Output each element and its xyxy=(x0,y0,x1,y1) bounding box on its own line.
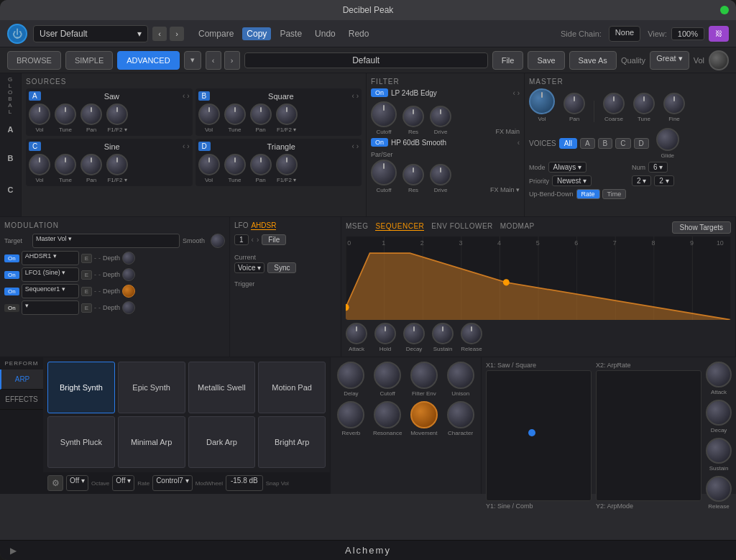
preset-bright-synth[interactable]: Bright Synth xyxy=(47,362,115,413)
redo-button[interactable]: Redo xyxy=(344,27,374,40)
xy-sustain-knob[interactable] xyxy=(706,438,732,464)
perf-character-knob[interactable] xyxy=(447,401,474,428)
mod1-on-button[interactable]: On xyxy=(4,254,19,262)
preset-minimal-arp[interactable]: Minimal Arp xyxy=(118,416,185,468)
save-button[interactable]: Save xyxy=(528,51,564,70)
mod3-depth-knob[interactable] xyxy=(122,285,135,298)
preset-next-button[interactable]: › xyxy=(224,51,240,70)
lfo-tab[interactable]: LFO xyxy=(234,221,248,230)
quality-dropdown[interactable]: Great ▾ xyxy=(650,51,689,70)
env-attack-knob[interactable] xyxy=(346,323,367,344)
lfo-num[interactable]: 1 xyxy=(234,234,249,245)
perf-filter-env-knob[interactable] xyxy=(410,362,438,389)
source-c-f1f2-label[interactable]: F1/F2 ▾ xyxy=(107,177,126,183)
xy-attack-knob[interactable] xyxy=(706,362,732,387)
source-a-f1f2-label[interactable]: F1/F2 ▾ xyxy=(107,127,126,133)
mod3-source-dropdown[interactable]: Sequencer1 ▾ xyxy=(22,284,79,298)
par-ser-label[interactable]: Par/Ser xyxy=(371,151,393,158)
voice-all-button[interactable]: All xyxy=(559,138,577,149)
source-a-f1f2-knob[interactable] xyxy=(106,104,128,125)
rate-button[interactable]: Rate xyxy=(576,189,600,199)
undo-button[interactable]: Undo xyxy=(310,27,340,40)
source-d-pan-knob[interactable] xyxy=(250,154,272,175)
preset-dark-arp[interactable]: Dark Arp xyxy=(188,416,256,468)
perf-reverb-knob[interactable] xyxy=(337,401,364,428)
mod1-source-dropdown[interactable]: AHDSR1 ▾ xyxy=(22,251,79,265)
master-pan-knob[interactable] xyxy=(564,93,585,114)
priority-dropdown[interactable]: Newest ▾ xyxy=(552,175,592,186)
source-b-tune-knob[interactable] xyxy=(224,104,246,125)
mod2-on-button[interactable]: On xyxy=(4,271,19,279)
voice-b-button[interactable]: B xyxy=(598,138,613,149)
sequencer-tab[interactable]: SEQUENCER xyxy=(375,222,424,231)
filter2-on-button[interactable]: On xyxy=(371,138,388,147)
source-d-vol-knob[interactable] xyxy=(198,154,220,175)
preset-synth-pluck[interactable]: Synth Pluck xyxy=(47,416,115,468)
arp-tab[interactable]: ARP xyxy=(0,369,43,390)
mod3-on-button[interactable]: On xyxy=(4,288,19,295)
source-a-arrows[interactable]: ‹ › xyxy=(183,92,189,100)
power-button[interactable]: ⏻ xyxy=(7,24,27,44)
mod1-depth-knob[interactable] xyxy=(122,252,135,265)
link-button[interactable]: ⛓ xyxy=(709,26,729,42)
mod4-e-button[interactable]: E xyxy=(81,303,92,313)
lfo-next[interactable]: › xyxy=(257,236,259,244)
voice-c-button[interactable]: C xyxy=(615,138,630,149)
source-b-pan-knob[interactable] xyxy=(250,104,272,125)
env-release-knob[interactable] xyxy=(461,323,482,344)
mod4-on-button[interactable]: On xyxy=(4,304,19,312)
master-vol-knob[interactable] xyxy=(529,88,555,114)
source-b-f1f2-label[interactable]: F1/F2 ▾ xyxy=(277,127,296,133)
preset-prev-button[interactable]: ‹ xyxy=(206,51,221,70)
master-tune-knob[interactable] xyxy=(633,93,655,114)
file-button[interactable]: File xyxy=(492,51,524,70)
global-a[interactable]: A xyxy=(1,122,19,137)
source-a-tune-knob[interactable] xyxy=(55,104,76,125)
saveas-button[interactable]: Save As xyxy=(569,51,617,70)
filter1-res-knob[interactable] xyxy=(402,106,424,127)
mod2-source-dropdown[interactable]: LFO1 (Sine) ▾ xyxy=(22,267,79,282)
preset-motion-pad[interactable]: Motion Pad xyxy=(258,362,326,413)
xy-decay-knob[interactable] xyxy=(706,400,732,426)
snap-vol-value[interactable]: -15.8 dB xyxy=(226,475,263,491)
val1[interactable]: 2 ▾ xyxy=(632,175,651,186)
source-d-tune-knob[interactable] xyxy=(224,154,246,175)
mode-dropdown[interactable]: Always ▾ xyxy=(548,162,586,173)
time-button[interactable]: Time xyxy=(602,189,627,199)
mod2-depth-knob[interactable] xyxy=(122,268,135,281)
voice-a-button[interactable]: A xyxy=(580,138,595,149)
preset-dropdown[interactable]: User Default ▾ xyxy=(33,25,148,42)
filter1-fx-label[interactable]: FX Main xyxy=(495,128,520,135)
modmap-tab[interactable]: MODMAP xyxy=(500,222,535,231)
filter2-arrows[interactable]: ‹ xyxy=(518,139,520,147)
show-targets-button[interactable]: Show Targets xyxy=(672,221,731,234)
octave-dropdown[interactable]: Off ▾ xyxy=(66,475,88,491)
xy-pad2[interactable] xyxy=(596,370,702,501)
copy-button[interactable]: Copy xyxy=(242,27,271,40)
env-hold-knob[interactable] xyxy=(374,323,396,344)
mseg-tab[interactable]: MSEG xyxy=(346,222,368,231)
master-vol-knob[interactable] xyxy=(709,50,729,70)
ahdsr-tab[interactable]: AHDSR xyxy=(251,221,276,230)
mod2-e-button[interactable]: E xyxy=(81,270,92,280)
compare-button[interactable]: Compare xyxy=(194,27,238,40)
glide-knob[interactable] xyxy=(656,128,679,151)
source-d-f1f2-label[interactable]: F1/F2 ▾ xyxy=(277,177,296,183)
source-d-f1f2-knob[interactable] xyxy=(276,154,298,175)
voice-dropdown[interactable]: Voice ▾ xyxy=(234,262,264,273)
next-arrow[interactable]: › xyxy=(170,27,184,41)
modwheel-dropdown[interactable]: Control7 ▾ xyxy=(152,475,193,491)
sync-button[interactable]: Sync xyxy=(267,262,296,273)
source-c-pan-knob[interactable] xyxy=(80,154,102,175)
global-c[interactable]: C xyxy=(1,183,19,197)
filter2-fx-label[interactable]: FX Main ▾ xyxy=(490,186,520,193)
source-d-arrows[interactable]: ‹ › xyxy=(352,142,359,150)
global-b[interactable]: B xyxy=(1,151,19,165)
target-dropdown[interactable]: Master Vol ▾ xyxy=(32,234,180,248)
source-c-tune-knob[interactable] xyxy=(55,154,76,175)
source-a-pan-knob[interactable] xyxy=(80,104,102,125)
source-c-arrows[interactable]: ‹ › xyxy=(183,142,189,150)
source-b-f1f2-knob[interactable] xyxy=(276,104,298,125)
perf-resonance-knob[interactable] xyxy=(374,401,401,428)
view-value[interactable]: 100% xyxy=(671,27,704,40)
